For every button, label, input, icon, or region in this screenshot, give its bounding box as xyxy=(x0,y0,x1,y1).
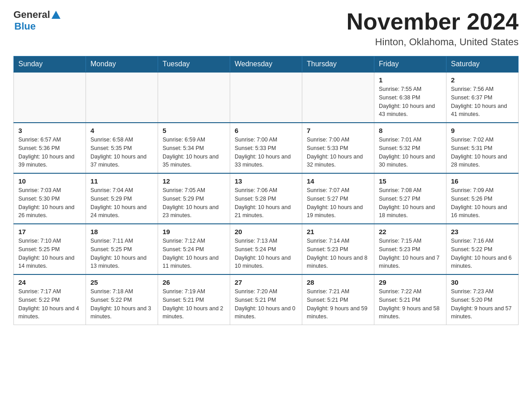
day-number: 17 xyxy=(18,228,81,235)
day-number: 6 xyxy=(235,127,297,134)
day-number: 19 xyxy=(163,228,225,235)
calendar-day-cell: 5Sunrise: 6:59 AMSunset: 5:34 PMDaylight… xyxy=(158,123,230,173)
day-info: Sunrise: 7:08 AMSunset: 5:27 PMDaylight:… xyxy=(379,186,442,220)
day-number: 15 xyxy=(379,177,442,185)
day-info: Sunrise: 7:06 AMSunset: 5:28 PMDaylight:… xyxy=(235,186,297,220)
calendar-day-cell: 13Sunrise: 7:06 AMSunset: 5:28 PMDayligh… xyxy=(230,173,302,224)
day-number: 18 xyxy=(90,228,153,235)
day-number: 16 xyxy=(451,177,514,185)
calendar-day-cell: 18Sunrise: 7:11 AMSunset: 5:25 PMDayligh… xyxy=(86,224,158,274)
calendar-day-cell: 9Sunrise: 7:02 AMSunset: 5:31 PMDaylight… xyxy=(446,123,519,173)
day-number: 25 xyxy=(90,278,153,286)
calendar-day-cell: 16Sunrise: 7:09 AMSunset: 5:26 PMDayligh… xyxy=(446,173,519,224)
day-number: 26 xyxy=(163,278,225,286)
calendar-header-row: SundayMondayTuesdayWednesdayThursdayFrid… xyxy=(14,56,519,73)
day-info: Sunrise: 7:19 AMSunset: 5:21 PMDaylight:… xyxy=(163,287,225,321)
calendar-week-row: 10Sunrise: 7:03 AMSunset: 5:30 PMDayligh… xyxy=(14,173,519,224)
calendar-day-header: Thursday xyxy=(302,56,374,73)
day-info: Sunrise: 7:04 AMSunset: 5:29 PMDaylight:… xyxy=(90,186,153,220)
logo-triangle-icon xyxy=(51,11,60,19)
day-info: Sunrise: 7:12 AMSunset: 5:24 PMDaylight:… xyxy=(163,237,225,270)
day-info: Sunrise: 7:18 AMSunset: 5:22 PMDaylight:… xyxy=(90,287,153,321)
calendar-day-cell: 24Sunrise: 7:17 AMSunset: 5:22 PMDayligh… xyxy=(14,274,86,325)
day-info: Sunrise: 7:02 AMSunset: 5:31 PMDaylight:… xyxy=(451,136,514,169)
calendar-day-cell xyxy=(14,72,86,123)
calendar-day-cell: 17Sunrise: 7:10 AMSunset: 5:25 PMDayligh… xyxy=(14,224,86,274)
location-text: Hinton, Oklahoma, United States xyxy=(347,36,519,48)
calendar-table: SundayMondayTuesdayWednesdayThursdayFrid… xyxy=(13,56,519,325)
calendar-day-cell: 10Sunrise: 7:03 AMSunset: 5:30 PMDayligh… xyxy=(14,173,86,224)
calendar-day-cell: 29Sunrise: 7:22 AMSunset: 5:21 PMDayligh… xyxy=(374,274,446,325)
day-number: 5 xyxy=(163,127,225,134)
day-number: 21 xyxy=(307,228,369,235)
day-number: 7 xyxy=(307,127,369,134)
day-info: Sunrise: 7:15 AMSunset: 5:23 PMDaylight:… xyxy=(379,237,442,270)
day-info: Sunrise: 6:58 AMSunset: 5:35 PMDaylight:… xyxy=(90,136,153,169)
day-number: 11 xyxy=(90,177,153,185)
day-number: 29 xyxy=(379,278,442,286)
day-info: Sunrise: 6:57 AMSunset: 5:36 PMDaylight:… xyxy=(18,136,81,169)
logo-general-text: General xyxy=(13,9,50,21)
calendar-day-cell: 6Sunrise: 7:00 AMSunset: 5:33 PMDaylight… xyxy=(230,123,302,173)
logo-blue-text: Blue xyxy=(14,21,36,32)
page-header: General Blue November 2024 Hinton, Oklah… xyxy=(13,9,519,48)
day-number: 28 xyxy=(307,278,369,286)
day-number: 22 xyxy=(379,228,442,235)
calendar-day-cell: 7Sunrise: 7:00 AMSunset: 5:33 PMDaylight… xyxy=(302,123,374,173)
day-number: 10 xyxy=(18,177,81,185)
day-info: Sunrise: 7:00 AMSunset: 5:33 PMDaylight:… xyxy=(307,136,369,169)
day-number: 8 xyxy=(379,127,442,134)
calendar-day-cell: 15Sunrise: 7:08 AMSunset: 5:27 PMDayligh… xyxy=(374,173,446,224)
day-number: 12 xyxy=(163,177,225,185)
calendar-day-header: Tuesday xyxy=(158,56,230,73)
day-number: 9 xyxy=(451,127,514,134)
day-info: Sunrise: 7:22 AMSunset: 5:21 PMDaylight:… xyxy=(379,287,442,321)
day-info: Sunrise: 7:23 AMSunset: 5:20 PMDaylight:… xyxy=(451,287,514,321)
calendar-day-cell xyxy=(230,72,302,123)
calendar-week-row: 24Sunrise: 7:17 AMSunset: 5:22 PMDayligh… xyxy=(14,274,519,325)
day-info: Sunrise: 7:14 AMSunset: 5:23 PMDaylight:… xyxy=(307,237,369,270)
calendar-day-cell: 2Sunrise: 7:56 AMSunset: 6:37 PMDaylight… xyxy=(446,72,519,123)
day-number: 14 xyxy=(307,177,369,185)
calendar-day-cell xyxy=(158,72,230,123)
day-info: Sunrise: 7:21 AMSunset: 5:21 PMDaylight:… xyxy=(307,287,369,321)
day-number: 30 xyxy=(451,278,514,286)
calendar-day-cell: 3Sunrise: 6:57 AMSunset: 5:36 PMDaylight… xyxy=(14,123,86,173)
day-number: 23 xyxy=(451,228,514,235)
day-number: 4 xyxy=(90,127,153,134)
day-info: Sunrise: 7:09 AMSunset: 5:26 PMDaylight:… xyxy=(451,186,514,220)
calendar-day-cell: 28Sunrise: 7:21 AMSunset: 5:21 PMDayligh… xyxy=(302,274,374,325)
calendar-day-cell: 12Sunrise: 7:05 AMSunset: 5:29 PMDayligh… xyxy=(158,173,230,224)
calendar-day-cell: 26Sunrise: 7:19 AMSunset: 5:21 PMDayligh… xyxy=(158,274,230,325)
day-number: 27 xyxy=(235,278,297,286)
title-section: November 2024 Hinton, Oklahoma, United S… xyxy=(347,9,519,48)
day-info: Sunrise: 7:01 AMSunset: 5:32 PMDaylight:… xyxy=(379,136,442,169)
calendar-day-header: Friday xyxy=(374,56,446,73)
calendar-day-cell: 22Sunrise: 7:15 AMSunset: 5:23 PMDayligh… xyxy=(374,224,446,274)
calendar-day-cell: 8Sunrise: 7:01 AMSunset: 5:32 PMDaylight… xyxy=(374,123,446,173)
day-info: Sunrise: 7:10 AMSunset: 5:25 PMDaylight:… xyxy=(18,237,81,270)
calendar-day-cell: 19Sunrise: 7:12 AMSunset: 5:24 PMDayligh… xyxy=(158,224,230,274)
calendar-day-cell: 20Sunrise: 7:13 AMSunset: 5:24 PMDayligh… xyxy=(230,224,302,274)
day-info: Sunrise: 7:16 AMSunset: 5:22 PMDaylight:… xyxy=(451,237,514,270)
calendar-week-row: 17Sunrise: 7:10 AMSunset: 5:25 PMDayligh… xyxy=(14,224,519,274)
day-number: 1 xyxy=(379,76,442,84)
day-info: Sunrise: 7:11 AMSunset: 5:25 PMDaylight:… xyxy=(90,237,153,270)
calendar-day-cell: 11Sunrise: 7:04 AMSunset: 5:29 PMDayligh… xyxy=(86,173,158,224)
month-title: November 2024 xyxy=(347,9,519,34)
calendar-week-row: 1Sunrise: 7:55 AMSunset: 6:38 PMDaylight… xyxy=(14,72,519,123)
day-info: Sunrise: 7:55 AMSunset: 6:38 PMDaylight:… xyxy=(379,85,442,119)
day-info: Sunrise: 7:05 AMSunset: 5:29 PMDaylight:… xyxy=(163,186,225,220)
day-info: Sunrise: 7:03 AMSunset: 5:30 PMDaylight:… xyxy=(18,186,81,220)
calendar-day-header: Wednesday xyxy=(230,56,302,73)
calendar-day-cell: 30Sunrise: 7:23 AMSunset: 5:20 PMDayligh… xyxy=(446,274,519,325)
calendar-week-row: 3Sunrise: 6:57 AMSunset: 5:36 PMDaylight… xyxy=(14,123,519,173)
day-info: Sunrise: 7:07 AMSunset: 5:27 PMDaylight:… xyxy=(307,186,369,220)
day-number: 13 xyxy=(235,177,297,185)
day-number: 2 xyxy=(451,76,514,84)
logo: General Blue xyxy=(13,9,60,32)
day-number: 20 xyxy=(235,228,297,235)
day-info: Sunrise: 6:59 AMSunset: 5:34 PMDaylight:… xyxy=(163,136,225,169)
calendar-day-header: Monday xyxy=(86,56,158,73)
day-info: Sunrise: 7:20 AMSunset: 5:21 PMDaylight:… xyxy=(235,287,297,321)
